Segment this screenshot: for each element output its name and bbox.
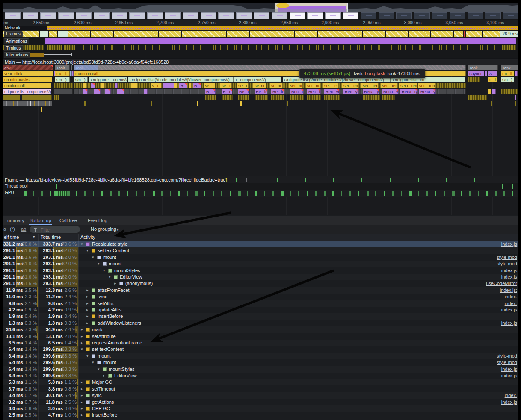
flame-sliver[interactable] <box>238 95 249 100</box>
flame-sliver[interactable] <box>83 89 88 94</box>
flame-sliver[interactable] <box>115 83 118 88</box>
screenshot-thumbnail[interactable] <box>94 12 110 19</box>
expand-closed-icon[interactable]: ▸ <box>103 373 105 379</box>
source-link[interactable]: index.js <box>501 307 517 313</box>
expand-closed-icon[interactable]: ▸ <box>81 386 83 392</box>
sort-descending-icon[interactable]: ▾ <box>33 235 35 239</box>
frame-block[interactable] <box>204 31 226 37</box>
track-gpu[interactable]: GPU <box>3 190 518 197</box>
flame-block[interactable]: set t...tent <box>399 83 417 88</box>
table-row[interactable]: 6.5 ms1.4 %6.5 ms1.4 %▸requestAnimationF… <box>3 340 518 346</box>
frame-block[interactable] <box>340 31 362 37</box>
frame-block[interactable] <box>464 31 465 37</box>
total-time-header[interactable]: Total time <box>41 235 61 240</box>
flame-sliver[interactable] <box>117 89 124 94</box>
screenshot-thumbnail[interactable] <box>379 12 394 19</box>
screenshot-thumbnail[interactable] <box>468 12 483 19</box>
flame-sliver[interactable] <box>485 71 487 76</box>
toolbar-icon[interactable]: (*) <box>10 226 15 232</box>
source-link[interactable]: index. <box>505 300 517 307</box>
flame-block[interactable]: Re...le <box>255 89 267 94</box>
flame-block[interactable]: Task <box>55 65 70 70</box>
source-link[interactable]: useCodeMirror <box>486 280 517 287</box>
expand-closed-icon[interactable]: ▸ <box>81 412 83 418</box>
source-link[interactable]: style-mod <box>497 353 517 359</box>
flame-sliver[interactable] <box>240 101 242 106</box>
expand-closed-icon[interactable]: ▸ <box>86 300 89 307</box>
flame-sliver[interactable] <box>515 101 516 106</box>
grouping-dropdown[interactable]: No grouping <box>91 226 116 232</box>
table-row[interactable]: 34.6 ms7.3 %34.9 ms7.4 %▸mark <box>3 326 518 333</box>
flame-block[interactable]: R... <box>193 83 201 88</box>
flame-block[interactable]: Reca...yle <box>382 89 399 94</box>
table-row[interactable]: 331.2 ms70.0 %333.7 ms70.6 %▾Recalculate… <box>3 241 518 247</box>
flame-block[interactable]: set ...ent <box>323 83 339 88</box>
screenshot-thumbnail[interactable] <box>165 12 181 19</box>
flame-block[interactable]: On ignore ...onents\/) <box>89 77 127 82</box>
table-row[interactable]: 291.1 ms61.6 %293.1 ms62.0 %▾mountstyle-… <box>3 261 518 267</box>
screenshot-thumbnail[interactable] <box>254 12 269 19</box>
screenshot-thumbnail[interactable] <box>307 12 323 19</box>
expand-closed-icon[interactable]: ▸ <box>86 313 89 320</box>
expand-open-icon[interactable]: ▾ <box>103 267 105 274</box>
table-row[interactable]: 11.0 ms2.3 %11.2 ms2.4 %▸syncindex. <box>3 294 518 300</box>
flame-sliver[interactable] <box>255 95 268 100</box>
track-thread-pool[interactable]: Thread pool <box>3 183 518 190</box>
expand-closed-icon[interactable]: ▸ <box>86 320 89 326</box>
tab-call-tree[interactable]: Call tree <box>57 216 80 225</box>
frame-block[interactable] <box>295 31 317 37</box>
selection-handle-right[interactable] <box>347 3 348 12</box>
flame-sliver[interactable] <box>205 95 216 100</box>
source-link[interactable]: style-mod <box>497 359 517 366</box>
expand-closed-icon[interactable]: ▸ <box>86 294 89 300</box>
flame-block[interactable]: set ...tent <box>418 83 435 88</box>
frame-block[interactable] <box>250 31 272 37</box>
frame-block[interactable] <box>91 31 113 37</box>
flame-block[interactable]: Fu...ll <box>55 71 70 76</box>
screenshots-filmstrip[interactable] <box>3 12 518 20</box>
flame-block[interactable]: Rec...le <box>307 89 321 94</box>
expand-open-icon[interactable]: ▾ <box>98 366 100 373</box>
frame-block[interactable] <box>272 31 294 37</box>
flame-sliver[interactable] <box>174 83 178 88</box>
flame-sliver[interactable] <box>91 83 95 88</box>
flame-sliver[interactable] <box>363 95 380 100</box>
screenshot-thumbnail[interactable] <box>5 12 21 19</box>
expand-closed-icon[interactable]: ▸ <box>81 405 83 412</box>
flame-block[interactable]: ask <box>3 65 53 70</box>
flame-block[interactable]: Re...e <box>238 89 249 94</box>
frame-block[interactable] <box>466 31 482 37</box>
source-link[interactable]: style-mod <box>497 261 517 267</box>
screenshot-thumbnail[interactable] <box>272 12 287 19</box>
flame-block[interactable]: R... <box>179 83 187 88</box>
flame-block[interactable]: Reca...tyle <box>400 89 418 94</box>
flame-sliver[interactable] <box>41 107 42 112</box>
flame-sliver[interactable] <box>94 89 101 94</box>
screenshot-thumbnail[interactable] <box>147 12 163 19</box>
screenshot-thumbnail[interactable] <box>218 12 234 19</box>
frame-block[interactable] <box>68 31 90 37</box>
flame-block[interactable]: Re...le <box>271 89 284 94</box>
expand-open-icon[interactable]: ▾ <box>81 346 83 352</box>
table-row[interactable]: 1.9 ms0.4 %1.9 ms0.4 %▸insertBefore <box>3 313 518 320</box>
column-divider[interactable] <box>78 234 79 420</box>
screenshot-thumbnail[interactable] <box>503 12 519 19</box>
table-row[interactable]: 5.3 ms1.1 %5.3 ms1.1 %▸Major GC <box>3 379 518 385</box>
activity-header[interactable]: Activity <box>80 235 95 240</box>
track-frames[interactable]: Frames 26.9 ms <box>3 30 518 38</box>
flame-block[interactable]: n ignore lis...omponents\/) <box>3 89 51 94</box>
flame-sliver[interactable] <box>22 95 52 100</box>
flame-block[interactable]: A... <box>488 71 497 76</box>
flame-block[interactable]: se..nt <box>270 83 283 88</box>
flame-block[interactable]: Rec...yle <box>324 89 340 94</box>
flame-block[interactable]: R...e <box>205 89 216 94</box>
screenshot-thumbnail[interactable] <box>201 12 216 19</box>
flame-block[interactable]: unction call <box>3 83 51 88</box>
track-animations[interactable]: Animations <box>3 38 518 44</box>
table-row[interactable]: 3.2 ms0.7 %11.8 ms2.5 %▸getActionsindex.… <box>3 399 518 405</box>
expand-open-icon[interactable]: ▾ <box>92 254 94 261</box>
flame-sliver[interactable] <box>54 89 73 94</box>
table-row[interactable]: 6.4 ms1.4 %299.6 ms63.3 %▸EditorViewinde… <box>3 373 518 379</box>
flame-sliver[interactable] <box>515 95 516 100</box>
expand-closed-icon[interactable]: ▸ <box>81 379 83 385</box>
